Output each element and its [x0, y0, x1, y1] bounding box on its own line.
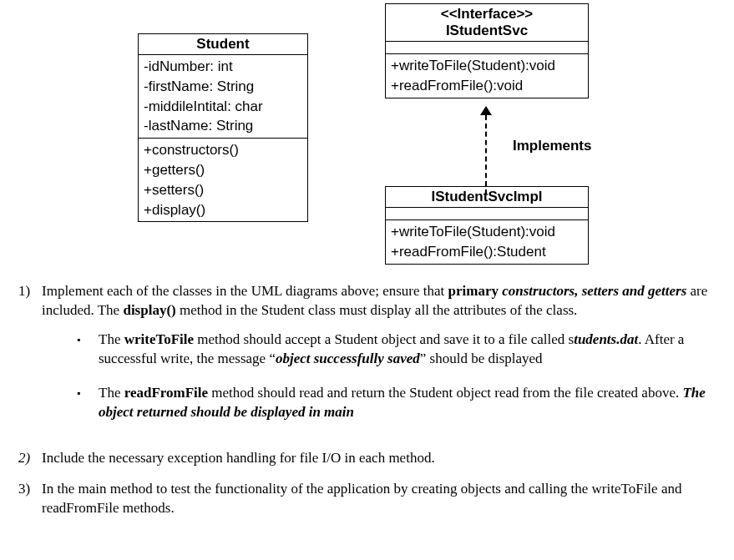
uml-op: +display()	[144, 200, 302, 220]
uml-op: +getters()	[144, 160, 302, 180]
uml-class-name: Student	[139, 34, 307, 55]
uml-op: +readFromFile():Student	[391, 242, 583, 262]
text-bold-italic: tudents.dat	[574, 331, 638, 347]
list-number: 2)	[18, 449, 42, 468]
uml-op: +writeToFile(Student):void	[391, 222, 583, 242]
text: method should accept a Student object an…	[194, 331, 574, 347]
text-bold-italic: object successfully saved	[276, 351, 420, 366]
bullet-body: The readFromFile method should read and …	[99, 384, 729, 422]
question-body: Implement each of the classes in the UML…	[42, 282, 729, 437]
text: ” should be displayed	[420, 351, 543, 366]
uml-attr: -middileIntital: char	[144, 97, 302, 117]
text: Implement each of the classes in the UML…	[42, 283, 448, 299]
uml-operations: +constructors() +getters() +setters() +d…	[139, 139, 307, 221]
uml-op: +readFromFile():void	[391, 76, 583, 96]
uml-attr: -idNumber: int	[144, 57, 302, 77]
instructions-text: 1) Implement each of the classes in the …	[18, 282, 729, 529]
uml-interface-istudentsvc: <<Interface>> IStudentSvc +writeToFile(S…	[385, 3, 589, 98]
uml-class-student: Student -idNumber: int -firstName: Strin…	[138, 33, 308, 222]
bullet-item: ▪ The writeToFile method should accept a…	[77, 330, 729, 369]
question-3: 3) In the main method to test the functi…	[18, 480, 729, 518]
text-italic: constructors, setters and getters	[502, 283, 686, 299]
uml-stereotype: <<Interface>>	[391, 6, 583, 23]
implements-arrow	[480, 106, 492, 196]
list-number: 3)	[18, 480, 42, 518]
uml-class-istudentsvcimpl: IStudentSvcImpl +writeToFile(Student):vo…	[385, 186, 589, 265]
uml-class-title: IStudentSvc	[391, 23, 583, 39]
text-bold: primary constructors, setters and getter…	[448, 283, 687, 299]
text: The	[99, 385, 124, 401]
question-body: In the main method to test the functiona…	[42, 480, 729, 518]
text: method should read and return the Studen…	[208, 385, 682, 401]
uml-op: +writeToFile(Student):void	[391, 56, 583, 76]
question-2: 2) Include the necessary exception handl…	[18, 449, 729, 468]
implements-label: Implements	[513, 138, 591, 154]
uml-op: +constructors()	[144, 140, 302, 160]
uml-attr: -lastName: String	[144, 116, 302, 136]
text-bold: readFromFile	[124, 385, 208, 401]
uml-operations: +writeToFile(Student):void +readFromFile…	[386, 54, 588, 98]
text: method in the Student class must display…	[176, 302, 578, 318]
uml-attr: -firstName: String	[144, 77, 302, 97]
bullet-body: The writeToFile method should accept a S…	[99, 330, 729, 369]
uml-op: +setters()	[144, 180, 302, 200]
bullet-icon: ▪	[77, 330, 99, 369]
uml-attributes: -idNumber: int -firstName: String -middi…	[139, 55, 307, 139]
question-body: Include the necessary exception handling…	[42, 449, 435, 468]
list-number: 1)	[18, 282, 42, 437]
bullet-list: ▪ The writeToFile method should accept a…	[77, 330, 729, 422]
uml-attributes-empty	[386, 42, 588, 54]
text-bold: display()	[123, 302, 175, 318]
question-1: 1) Implement each of the classes in the …	[18, 282, 729, 437]
text: primary	[448, 283, 503, 299]
bullet-item: ▪ The readFromFile method should read an…	[77, 384, 729, 422]
uml-class-name: <<Interface>> IStudentSvc	[386, 4, 588, 42]
arrow-head-icon	[480, 106, 492, 115]
uml-attributes-empty	[386, 208, 588, 220]
bullet-icon: ▪	[77, 384, 99, 422]
text-bold: writeToFile	[124, 331, 194, 347]
uml-diagram-area: Student -idNumber: int -firstName: Strin…	[0, 0, 734, 275]
text: The	[99, 331, 124, 347]
uml-operations: +writeToFile(Student):void +readFromFile…	[386, 220, 588, 264]
arrow-shaft	[485, 115, 487, 194]
